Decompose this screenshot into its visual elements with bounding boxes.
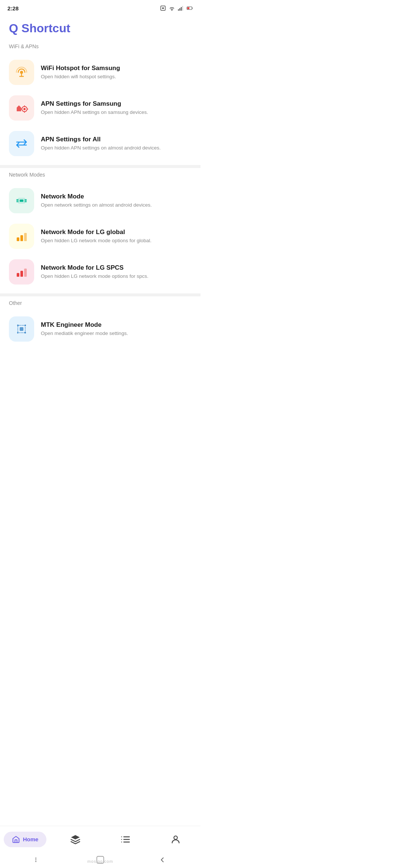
svg-rect-8 [192,8,193,9]
item-text-apn-samsung: APN Settings for Samsung Open hidden APN… [41,100,148,116]
item-desc-apn-all: Open hidden APN settings on almost andro… [41,145,161,152]
list-item-wifi-hotspot[interactable]: WiFi Hotspot for Samsung Open hidden wif… [0,55,200,90]
battery-icon [186,5,193,11]
svg-marker-15 [17,105,21,111]
svg-point-43 [25,332,26,333]
status-icons [160,5,193,11]
status-time: 2:28 [7,5,19,11]
svg-point-40 [17,325,19,326]
svg-rect-37 [24,269,27,277]
item-icon-wifi-hotspot [9,60,34,85]
svg-rect-4 [179,8,180,11]
svg-rect-32 [17,237,19,241]
signal-icon [177,5,184,11]
page-title-text: Shortcut [22,22,71,35]
svg-point-41 [25,325,26,326]
svg-rect-25 [20,200,23,202]
svg-rect-33 [20,235,23,241]
list-item-network-lg-global[interactable]: Network Mode for LG global Open hidden L… [0,218,200,254]
section-wifi-apns: WiFi & APNs WiFi Hotspot for Samsung Ope… [0,43,200,161]
item-title-mtk-engineer: MTK Engineer Mode [41,321,128,329]
list-item-apn-all[interactable]: APN Settings for All Open hidden APN set… [0,126,200,161]
divider-2 [0,293,200,296]
status-bar: 2:28 [0,0,200,15]
item-title-wifi-hotspot: WiFi Hotspot for Samsung [41,65,120,72]
svg-rect-5 [181,7,182,11]
screenshot-icon [160,5,166,11]
item-title-network-lg-global: Network Mode for LG global [41,228,151,236]
item-icon-apn-samsung [9,95,34,121]
item-text-wifi-hotspot: WiFi Hotspot for Samsung Open hidden wif… [41,65,120,80]
svg-point-17 [23,108,26,110]
item-text-network-lg-global: Network Mode for LG global Open hidden L… [41,228,151,244]
item-text-apn-all: APN Settings for All Open hidden APN set… [41,136,161,152]
wifi-icon [169,5,175,11]
wifi-hotspot-icon [14,65,29,79]
item-text-network-lg-spcs: Network Mode for LG SPCS Open hidden LG … [41,264,149,280]
svg-point-42 [17,332,19,333]
item-title-network-mode: Network Mode [41,193,152,200]
apn-all-icon [14,137,29,151]
item-desc-network-mode: Open network settings on almost android … [41,202,152,209]
network-lg-spcs-icon [14,265,29,279]
item-icon-network-mode [9,188,34,213]
network-lg-global-icon [14,229,29,243]
item-desc-apn-samsung: Open hidden APN settings on samsung devi… [41,109,148,116]
svg-rect-36 [20,271,23,277]
mtk-engineer-icon [14,322,29,336]
apn-samsung-icon [14,101,29,115]
item-desc-network-lg-spcs: Open hidden LG network mode options for … [41,273,149,280]
divider-1 [0,165,200,168]
svg-point-1 [162,7,164,9]
list-item-mtk-engineer[interactable]: MTK Engineer Mode Open mediatik engineer… [0,311,200,347]
page-title: Q Shortcut [9,22,192,35]
list-item-apn-samsung[interactable]: APN Settings for Samsung Open hidden APN… [0,90,200,126]
page-title-q: Q [9,22,22,35]
item-title-apn-all: APN Settings for All [41,136,161,143]
item-icon-mtk-engineer [9,316,34,342]
item-icon-network-lg-global [9,224,34,249]
item-icon-apn-all [9,131,34,156]
section-label-network-modes: Network Modes [0,172,200,183]
section-other: Other MTK Engineer Mode Open mediatik en… [0,300,200,347]
item-icon-network-lg-spcs [9,259,34,285]
svg-rect-6 [182,6,183,11]
section-network-modes: Network Modes Network Mode Open network … [0,172,200,290]
section-label-other: Other [0,300,200,311]
item-title-network-lg-spcs: Network Mode for LG SPCS [41,264,149,272]
item-desc-wifi-hotspot: Open hidden wifi hotspot settings. [41,73,120,80]
item-text-network-mode: Network Mode Open network settings on al… [41,193,152,209]
svg-rect-35 [17,273,19,277]
svg-rect-39 [20,327,23,331]
svg-point-2 [172,10,172,11]
svg-rect-34 [24,233,27,241]
item-title-apn-samsung: APN Settings for Samsung [41,100,148,108]
item-desc-mtk-engineer: Open mediatik engineer mode settings. [41,330,128,337]
item-desc-network-lg-global: Open hidden LG network mode options for … [41,237,151,244]
list-item-network-mode[interactable]: Network Mode Open network settings on al… [0,183,200,218]
network-mode-icon [14,194,29,208]
item-text-mtk-engineer: MTK Engineer Mode Open mediatik engineer… [41,321,128,337]
page-title-area: Q Shortcut [0,15,200,43]
svg-rect-3 [178,9,179,11]
section-label-wifi-apns: WiFi & APNs [0,43,200,55]
list-item-network-lg-spcs[interactable]: Network Mode for LG SPCS Open hidden LG … [0,254,200,290]
spacer [0,347,200,395]
